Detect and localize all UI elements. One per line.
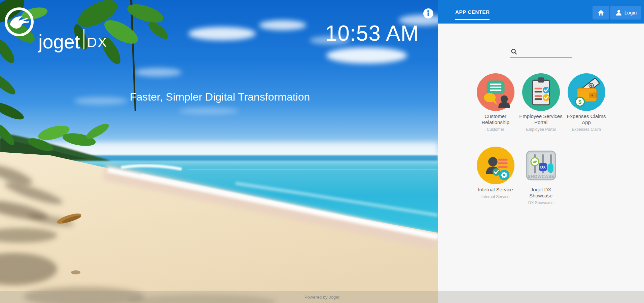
app-card-employee-services-portal[interactable]: Employee Services Portal Employee Portal xyxy=(518,73,564,132)
hero-tagline: Faster, Simpler Digital Transformation xyxy=(130,91,310,103)
expenses-claims-icon: $ $ xyxy=(568,73,605,111)
app-center-page: joget DX 10:53 AM Faster, Simpler Digita… xyxy=(0,0,644,303)
svg-text:DX: DX xyxy=(540,165,545,169)
customer-relationship-icon xyxy=(477,73,514,111)
info-icon[interactable] xyxy=(423,8,433,18)
app-title: Internal Service xyxy=(474,187,517,193)
internal-service-icon xyxy=(477,147,514,184)
home-icon xyxy=(597,9,605,16)
hero-background: joget DX 10:53 AM Faster, Simpler Digita… xyxy=(0,0,438,303)
app-card-joget-dx-showcase[interactable]: DX SHOWCASE Joget DX Showcase DX Showcas… xyxy=(518,147,564,205)
app-subtitle: Expenses Claim xyxy=(572,127,601,132)
login-label: Login xyxy=(624,10,637,15)
search-input[interactable] xyxy=(519,49,571,55)
user-icon xyxy=(615,9,622,16)
home-button[interactable] xyxy=(593,6,609,20)
svg-text:SHOWCASE: SHOWCASE xyxy=(528,174,554,179)
svg-text:$: $ xyxy=(578,99,581,105)
app-center-panel: APP CENTER Login xyxy=(438,0,644,303)
app-subtitle: Internal Service xyxy=(481,194,509,199)
app-title: Expenses Claims App xyxy=(565,113,608,125)
app-grid: Customer Relationship Customer xyxy=(473,73,609,220)
app-title: Employee Services Portal xyxy=(519,113,563,125)
app-search xyxy=(510,46,572,58)
app-subtitle: DX Showcase xyxy=(528,200,553,205)
clock: 10:53 AM xyxy=(325,21,419,46)
employee-services-icon xyxy=(522,73,560,111)
joget-bird-icon xyxy=(4,7,34,37)
powered-by-link[interactable]: Powered by Joget xyxy=(305,295,339,300)
brand-suffix: DX xyxy=(87,36,108,49)
footer-bar: Powered by Joget xyxy=(0,291,644,303)
app-title: Customer Relationship xyxy=(474,113,517,125)
app-subtitle: Customer xyxy=(487,127,504,132)
brand-divider xyxy=(83,29,84,49)
brand-name: joget xyxy=(38,32,80,51)
search-icon xyxy=(511,48,517,55)
tab-app-center[interactable]: APP CENTER xyxy=(455,0,490,24)
app-card-expenses-claims[interactable]: $ $ Expenses Claims App Expenses Claim xyxy=(564,73,609,132)
dx-showcase-icon: DX SHOWCASE xyxy=(522,147,560,184)
app-title: Joget DX Showcase xyxy=(519,187,563,199)
app-subtitle: Employee Portal xyxy=(526,127,556,132)
app-card-customer-relationship[interactable]: Customer Relationship Customer xyxy=(473,73,518,132)
panel-header: APP CENTER Login xyxy=(438,0,644,24)
joget-logo: joget DX xyxy=(4,7,129,49)
app-card-internal-service[interactable]: Internal Service Internal Service xyxy=(473,147,518,205)
login-button[interactable]: Login xyxy=(610,6,641,20)
